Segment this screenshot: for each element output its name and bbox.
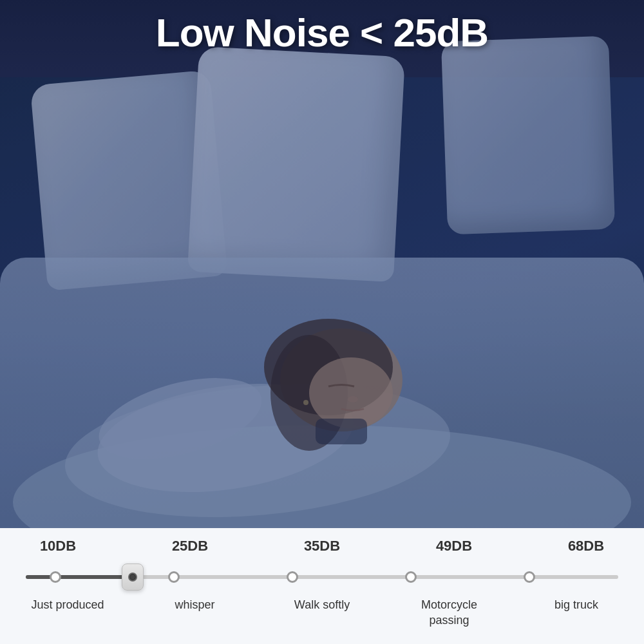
slider-dot-2 [287,571,298,583]
person-svg [0,0,644,528]
svg-point-7 [309,357,393,428]
db-label-2: 35DB [290,538,354,554]
db-label-0: 10DB [26,538,90,554]
db-label-4: 68DB [554,538,618,554]
db-labels-row: 10DB 25DB 35DB 49DB 68DB [26,538,618,554]
caption-3: Motorcycle passing [408,598,491,628]
device-lens [128,573,137,582]
page-title: Low Noise < 25dB [0,10,644,55]
device-icon [117,558,149,596]
db-label-3: 49DB [422,538,486,554]
main-container: Low Noise < 25dB 10DB 25DB 35DB 49DB 68D… [0,0,644,644]
caption-4: big truck [535,598,618,628]
caption-row: Just produced whisper Walk softly Motorc… [26,598,618,628]
caption-0: Just produced [26,598,109,628]
slider-dot-0 [50,571,61,583]
device-body [122,564,144,591]
caption-1: whisper [153,598,237,628]
slider-dot-4 [524,571,535,583]
svg-point-10 [303,400,308,405]
caption-2: Walk softly [280,598,364,628]
svg-rect-9 [316,419,367,444]
db-label-1: 25DB [158,538,222,554]
svg-point-8 [348,396,358,402]
noise-slider [26,560,618,594]
background-scene [0,0,644,528]
slider-dot-3 [405,571,417,583]
slider-track [26,575,618,579]
slider-dot-1 [168,571,180,583]
noise-scale-bar: 10DB 25DB 35DB 49DB 68DB [0,528,644,644]
